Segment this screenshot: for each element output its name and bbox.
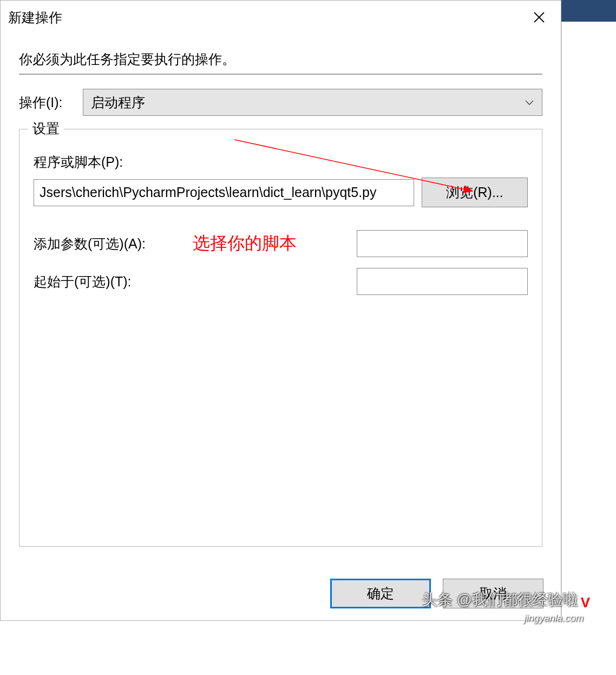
close-button[interactable] bbox=[517, 1, 561, 34]
action-select-value: 启动程序 bbox=[91, 94, 145, 112]
action-select[interactable]: 启动程序 bbox=[83, 89, 542, 116]
settings-fieldset: 设置 程序或脚本(P): 浏览(R)... 添加参数(可选)(A): 选择你的脚… bbox=[19, 129, 542, 547]
args-label: 添加参数(可选)(A): bbox=[34, 235, 185, 253]
bottom-strip bbox=[0, 621, 616, 675]
titlebar: 新建操作 bbox=[1, 1, 561, 34]
chevron-down-icon bbox=[525, 100, 534, 106]
action-row: 操作(I): 启动程序 bbox=[19, 89, 542, 116]
settings-legend: 设置 bbox=[28, 120, 64, 137]
browse-button[interactable]: 浏览(R)... bbox=[422, 178, 528, 207]
dialog-footer: 确定 取消 bbox=[330, 579, 543, 608]
divider bbox=[19, 74, 542, 75]
startin-row: 起始于(可选)(T): bbox=[34, 268, 528, 295]
instruction-text: 你必须为此任务指定要执行的操作。 bbox=[19, 50, 542, 68]
close-icon bbox=[533, 11, 546, 24]
side-strip-line bbox=[561, 22, 562, 643]
args-input[interactable] bbox=[357, 230, 528, 257]
args-row: 添加参数(可选)(A): 选择你的脚本 bbox=[34, 230, 528, 257]
cancel-button[interactable]: 取消 bbox=[443, 579, 543, 608]
ok-button[interactable]: 确定 bbox=[330, 579, 431, 608]
side-strip-top bbox=[561, 0, 616, 22]
script-label: 程序或脚本(P): bbox=[34, 153, 528, 171]
annotation-text: 选择你的脚本 bbox=[193, 232, 297, 255]
script-row: 浏览(R)... bbox=[34, 178, 528, 207]
startin-label: 起始于(可选)(T): bbox=[34, 273, 185, 291]
window-title: 新建操作 bbox=[8, 9, 62, 27]
script-input[interactable] bbox=[34, 179, 414, 206]
action-label: 操作(I): bbox=[19, 94, 83, 112]
startin-input[interactable] bbox=[357, 268, 528, 295]
dialog-window: 新建操作 你必须为此任务指定要执行的操作。 操作(I): 启动程序 设置 程序或… bbox=[0, 0, 561, 621]
side-strip bbox=[561, 0, 616, 621]
dialog-content: 你必须为此任务指定要执行的操作。 操作(I): 启动程序 设置 程序或脚本(P)… bbox=[1, 34, 561, 547]
